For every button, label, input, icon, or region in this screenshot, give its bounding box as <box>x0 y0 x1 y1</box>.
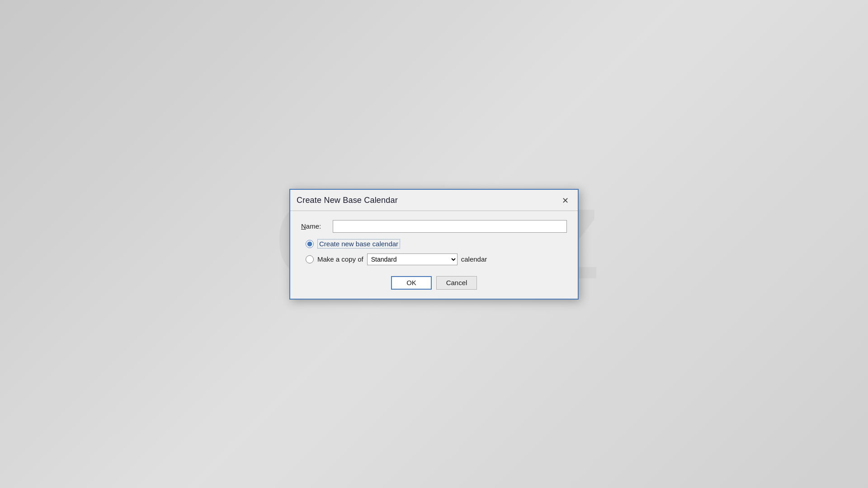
calendar-dropdown[interactable]: Standard <box>367 253 458 265</box>
dialog-titlebar: Create New Base Calendar ✕ <box>290 190 578 211</box>
calendar-suffix: calendar <box>461 255 487 263</box>
button-row: OK Cancel <box>301 274 567 290</box>
ok-button[interactable]: OK <box>391 276 432 290</box>
radio-create-new-label[interactable]: Create new base calendar <box>317 240 400 248</box>
radio-create-new-label-text: Create new base calendar <box>317 239 400 249</box>
radio-make-copy[interactable] <box>306 255 314 263</box>
dialog-body: Name: Create new base calendar Make a co… <box>290 211 578 299</box>
name-label-underline: N <box>301 222 306 230</box>
close-button[interactable]: ✕ <box>559 194 571 207</box>
name-input[interactable] <box>333 220 567 233</box>
radio-section: Create new base calendar Make a copy of … <box>301 240 567 265</box>
radio-make-copy-label[interactable]: Make a copy of <box>317 255 363 263</box>
radio-create-new[interactable] <box>306 240 314 248</box>
copy-row-inner: Make a copy of Standard calendar <box>317 253 487 265</box>
radio-row-create-new: Create new base calendar <box>306 240 567 248</box>
dialog-backdrop: Create New Base Calendar ✕ Name: Create … <box>0 0 868 488</box>
name-row: Name: <box>301 220 567 233</box>
radio-row-make-copy: Make a copy of Standard calendar <box>306 253 567 265</box>
dialog-title: Create New Base Calendar <box>297 196 398 205</box>
cancel-button[interactable]: Cancel <box>436 276 477 290</box>
dialog: Create New Base Calendar ✕ Name: Create … <box>289 189 579 300</box>
name-label: Name: <box>301 222 328 230</box>
